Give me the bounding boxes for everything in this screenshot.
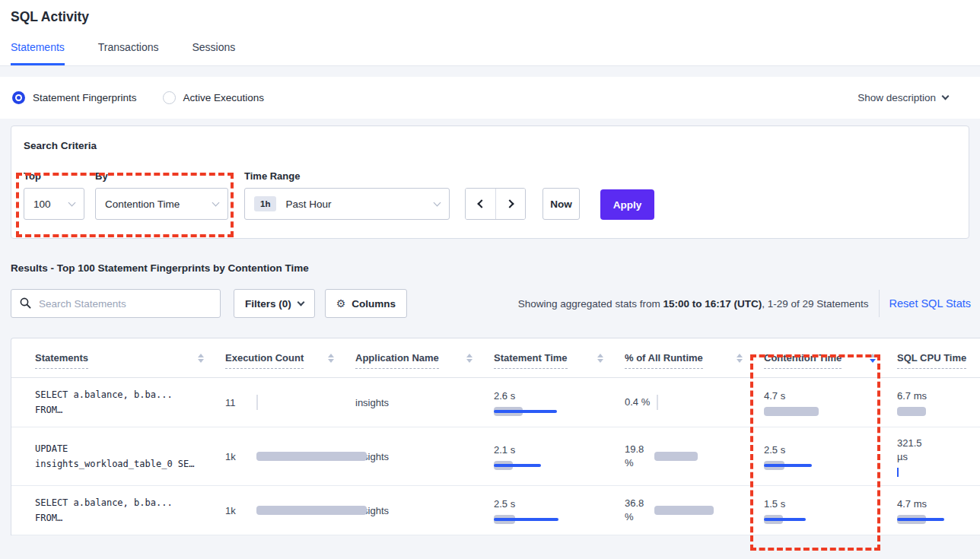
execution-count-cell: 1k	[225, 486, 355, 535]
columns-button[interactable]: ⚙ Columns	[325, 289, 407, 318]
chevron-down-icon	[212, 199, 220, 206]
radio-statement-fingerprints[interactable]: Statement Fingerprints	[12, 91, 137, 104]
sort-icon[interactable]	[198, 354, 204, 363]
statement-cell[interactable]: SELECT a.balance, b.ba...FROM…	[35, 486, 225, 535]
statement-time-cell: 2.6 s	[494, 378, 625, 427]
results-heading: Results - Top 100 Statement Fingerprints…	[11, 262, 980, 274]
chevron-down-icon	[942, 93, 950, 100]
sort-icon[interactable]	[466, 354, 473, 363]
statement-time-bar	[494, 460, 578, 469]
top-select[interactable]: 100	[24, 188, 84, 220]
statement-cell[interactable]: UPDATEinsights_workload_table_0 SE…	[35, 427, 225, 485]
sort-icon[interactable]	[870, 354, 876, 363]
columns-label: Columns	[352, 298, 396, 310]
column-header-contention-time[interactable]: Contention Time	[764, 338, 897, 377]
execution-count-bar	[256, 451, 371, 462]
tab-sessions[interactable]: Sessions	[192, 41, 235, 65]
top-label: Top	[24, 170, 84, 182]
application-name-cell: insights	[355, 486, 494, 535]
application-name-cell: insights	[355, 378, 494, 427]
table-header-row: Statements Execution Count Application N…	[11, 338, 980, 378]
tab-bar: Statements Transactions Sessions	[0, 41, 980, 66]
previous-time-button[interactable]	[466, 189, 495, 219]
statement-time-bar	[494, 406, 578, 415]
filters-label: Filters (0)	[245, 298, 291, 310]
sort-icon[interactable]	[328, 354, 334, 363]
statement-time-cell: 2.5 s	[494, 486, 625, 535]
apply-button[interactable]: Apply	[600, 189, 654, 220]
sort-icon[interactable]	[597, 354, 603, 363]
sort-icon[interactable]	[737, 354, 743, 363]
execution-count-cell: 1k	[225, 427, 355, 485]
execution-count-bar	[256, 397, 371, 408]
column-header-statements[interactable]: Statements	[35, 338, 225, 377]
execution-count-cell: 11	[225, 378, 355, 427]
filters-button[interactable]: Filters (0)	[234, 289, 315, 318]
search-icon	[20, 297, 31, 309]
pct-runtime-bar	[654, 451, 746, 462]
statement-cell[interactable]: SELECT a.balance, b.ba...FROM…	[35, 378, 225, 427]
divider	[879, 290, 880, 317]
search-input[interactable]	[11, 289, 221, 318]
statement-time-bar	[494, 514, 578, 523]
column-header-sql-cpu-time[interactable]: SQL CPU Time	[897, 338, 980, 377]
contention-time-cell: 2.5 s	[764, 427, 897, 485]
sql-cpu-time-bar	[897, 467, 980, 476]
chevron-left-icon	[477, 199, 485, 208]
application-name-cell: insights	[355, 427, 494, 485]
by-select-value: Contention Time	[105, 199, 180, 210]
pct-runtime-bar	[654, 505, 746, 516]
search-box	[11, 289, 221, 318]
reset-sql-stats-link[interactable]: Reset SQL Stats	[889, 297, 971, 310]
radio-label: Active Executions	[183, 92, 265, 103]
chevron-down-icon	[68, 199, 76, 206]
pct-runtime-cell: 36.8 %	[625, 486, 764, 535]
chevron-down-icon	[297, 298, 304, 306]
by-label: By	[95, 170, 228, 182]
contention-time-bar	[764, 460, 848, 469]
time-range-badge: 1h	[254, 196, 276, 211]
contention-time-cell: 4.7 s	[764, 378, 897, 427]
radio-icon	[163, 91, 176, 104]
sql-cpu-time-cell: 6.7 ms	[897, 378, 980, 427]
statements-table: Statements Execution Count Application N…	[11, 338, 980, 535]
column-header-execution-count[interactable]: Execution Count	[225, 338, 355, 377]
time-range-value: Past Hour	[285, 199, 331, 210]
time-range-label: Time Range	[244, 170, 450, 182]
now-button[interactable]: Now	[542, 188, 580, 220]
contention-time-bar	[764, 406, 848, 415]
top-bar: SQL Activity Statements Transactions Ses…	[0, 0, 980, 66]
tab-transactions[interactable]: Transactions	[98, 41, 159, 65]
contention-time-cell: 1.5 s	[764, 486, 897, 535]
show-description-label: Show description	[858, 92, 936, 103]
radio-label: Statement Fingerprints	[33, 92, 137, 103]
aggregated-stats-text: Showing aggregated stats from 15:00 to 1…	[518, 298, 869, 310]
show-description-toggle[interactable]: Show description	[858, 92, 948, 103]
column-header-pct-runtime[interactable]: % of All Runtime	[625, 338, 764, 377]
table-row[interactable]: UPDATEinsights_workload_table_0 SE… 1k i…	[11, 427, 980, 486]
sql-cpu-time-bar	[897, 514, 980, 523]
contention-time-bar	[764, 514, 848, 523]
search-criteria-heading: Search Criteria	[24, 140, 956, 151]
pct-runtime-bar	[657, 397, 746, 408]
pct-runtime-cell: 0.4 %	[625, 378, 764, 427]
table-row[interactable]: SELECT a.balance, b.ba...FROM… 11 insigh…	[11, 378, 980, 427]
top-select-value: 100	[33, 199, 51, 210]
column-header-statement-time[interactable]: Statement Time	[494, 338, 625, 377]
sql-cpu-time-bar	[897, 406, 980, 415]
tab-statements[interactable]: Statements	[11, 41, 65, 65]
next-time-button[interactable]	[495, 189, 525, 219]
radio-active-executions[interactable]: Active Executions	[163, 91, 265, 104]
statement-time-cell: 2.1 s	[494, 427, 625, 485]
sql-cpu-time-cell: 4.7 ms	[897, 486, 980, 535]
column-header-application-name[interactable]: Application Name	[355, 338, 494, 377]
results-toolbar: Filters (0) ⚙ Columns Showing aggregated…	[11, 289, 972, 318]
search-criteria-card: Search Criteria Top 100 By Contention Ti…	[11, 125, 969, 239]
page-title: SQL Activity	[0, 9, 980, 25]
table-row[interactable]: SELECT a.balance, b.ba...FROM… 1k insigh…	[11, 486, 980, 535]
view-toggle-band: Statement Fingerprints Active Executions…	[0, 77, 980, 119]
time-range-select[interactable]: 1h Past Hour	[244, 188, 450, 220]
by-select[interactable]: Contention Time	[95, 188, 228, 220]
chevron-down-icon	[434, 199, 441, 206]
radio-icon	[12, 91, 25, 104]
